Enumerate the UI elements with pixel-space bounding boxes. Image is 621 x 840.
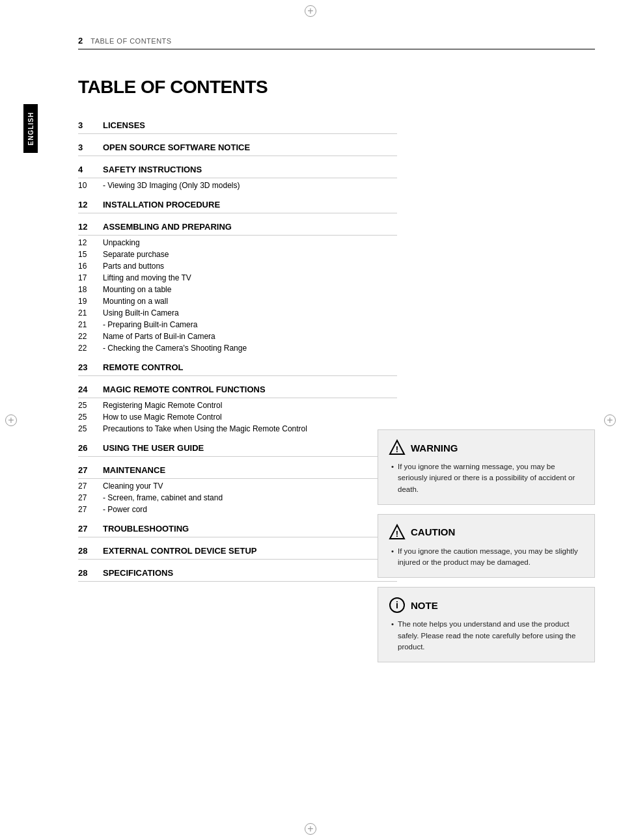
- toc-entry-number: 12: [78, 222, 96, 232]
- toc-minor-label: Name of Parts of Buil-in Camera: [103, 332, 215, 341]
- toc-minor-number: 18: [78, 285, 96, 294]
- note-icon: i: [389, 597, 406, 614]
- toc-minor-label: - Checking the Camera's Shooting Range: [103, 344, 247, 353]
- warning-label: WARNING: [411, 442, 458, 454]
- toc-section: 12ASSEMBLING AND PREPARING12Unpacking15S…: [78, 217, 397, 354]
- toc-entry-number: 3: [78, 142, 96, 152]
- toc-major-entry: 12ASSEMBLING AND PREPARING: [78, 217, 397, 236]
- toc-minor-number: 16: [78, 262, 96, 271]
- toc-minor-number: 25: [78, 413, 96, 422]
- toc-section: 28SPECIFICATIONS: [78, 563, 397, 582]
- toc-minor-label: Parts and buttons: [103, 262, 164, 271]
- toc-minor-number: 15: [78, 250, 96, 259]
- toc-container: TABLE OF CONTENTS 3LICENSES3OPEN SOURCE …: [78, 59, 397, 586]
- toc-major-entry: 26USING THE USER GUIDE: [78, 439, 397, 457]
- toc-minor-number: 25: [78, 424, 96, 433]
- toc-section: 23REMOTE CONTROL: [78, 358, 397, 376]
- caution-label: CAUTION: [411, 526, 455, 537]
- page-header: 2 TABLE OF CONTENTS: [78, 36, 595, 46]
- toc-minor-number: 17: [78, 273, 96, 282]
- toc-minor-label: - Power cord: [103, 505, 147, 514]
- note-label: NOTE: [411, 600, 438, 611]
- toc-section: 4SAFETY INSTRUCTIONS10- Viewing 3D Imagi…: [78, 160, 397, 191]
- page-header-text: TABLE OF CONTENTS: [90, 37, 171, 45]
- toc-minor-entry: 25Precautions to Take when Using the Mag…: [78, 423, 397, 435]
- toc-entry-number: 27: [78, 465, 96, 475]
- caution-box: ! CAUTION If you ignore the caution mess…: [378, 514, 595, 578]
- caution-icon: !: [389, 524, 406, 541]
- toc-minor-label: Mounting on a wall: [103, 297, 168, 306]
- toc-entry-number: 3: [78, 120, 96, 130]
- warning-title: ! WARNING: [389, 439, 584, 456]
- toc-major-entry: 24MAGIC REMOTE CONTROL FUNCTIONS: [78, 380, 397, 398]
- toc-minor-entry: 22- Checking the Camera's Shooting Range: [78, 342, 397, 354]
- toc-minor-label: Using Built-in Camera: [103, 308, 179, 318]
- toc-minor-number: 25: [78, 401, 96, 410]
- toc-entry-number: 24: [78, 385, 96, 394]
- toc-entry-label: TROUBLESHOOTING: [103, 524, 189, 534]
- toc-entry-number: 4: [78, 165, 96, 174]
- toc-section: 24MAGIC REMOTE CONTROL FUNCTIONS25Regist…: [78, 380, 397, 435]
- warning-box: ! WARNING If you ignore the warning mess…: [378, 429, 595, 505]
- toc-minor-entry: 25How to use Magic Remote Control: [78, 411, 397, 423]
- reg-mark-left: [5, 414, 17, 426]
- toc-minor-number: 27: [78, 493, 96, 502]
- page-number: 2: [78, 36, 83, 46]
- toc-entry-label: MAINTENANCE: [103, 465, 165, 475]
- toc-title: TABLE OF CONTENTS: [78, 77, 397, 98]
- toc-major-entry: 28EXTERNAL CONTROL DEVICE SETUP: [78, 541, 397, 560]
- toc-entry-label: EXTERNAL CONTROL DEVICE SETUP: [103, 546, 256, 556]
- english-tab-label: ENGLISH: [27, 112, 34, 145]
- toc-minor-number: 21: [78, 320, 96, 329]
- toc-entry-label: SAFETY INSTRUCTIONS: [103, 165, 202, 174]
- toc-major-entry: 27TROUBLESHOOTING: [78, 519, 397, 537]
- caution-text: If you ignore the caution message, you m…: [389, 546, 584, 569]
- toc-major-entry: 3LICENSES: [78, 116, 397, 134]
- toc-entry-label: LICENSES: [103, 120, 145, 130]
- english-tab: ENGLISH: [23, 104, 38, 153]
- toc-minor-entry: 19Mounting on a wall: [78, 295, 397, 307]
- toc-minor-entry: 12Unpacking: [78, 237, 397, 249]
- toc-minor-entry: 27- Screen, frame, cabinet and stand: [78, 492, 397, 504]
- toc-minor-number: 22: [78, 332, 96, 341]
- toc-section: 28EXTERNAL CONTROL DEVICE SETUP: [78, 541, 397, 560]
- toc-entry-number: 27: [78, 524, 96, 534]
- toc-entry-number: 28: [78, 546, 96, 556]
- toc-minor-entry: 27Cleaning your TV: [78, 480, 397, 492]
- toc-major-entry: 3OPEN SOURCE SOFTWARE NOTICE: [78, 138, 397, 156]
- toc-minor-label: Cleaning your TV: [103, 481, 163, 491]
- warning-icon: !: [389, 439, 406, 456]
- toc-major-entry: 4SAFETY INSTRUCTIONS: [78, 160, 397, 178]
- toc-section: 3OPEN SOURCE SOFTWARE NOTICE: [78, 138, 397, 156]
- toc-minor-entry: 16Parts and buttons: [78, 260, 397, 272]
- toc-minor-entry: 27- Power cord: [78, 504, 397, 515]
- toc-entry-number: 28: [78, 568, 96, 578]
- toc-minor-label: Lifting and moving the TV: [103, 273, 191, 282]
- toc-major-entry: 12INSTALLATION PROCEDURE: [78, 195, 397, 213]
- toc-entry-label: OPEN SOURCE SOFTWARE NOTICE: [103, 142, 250, 152]
- toc-body: 3LICENSES3OPEN SOURCE SOFTWARE NOTICE4SA…: [78, 116, 397, 582]
- toc-minor-label: Unpacking: [103, 238, 140, 247]
- toc-entry-number: 12: [78, 200, 96, 210]
- toc-minor-number: 21: [78, 308, 96, 318]
- toc-entry-number: 26: [78, 443, 96, 453]
- toc-minor-label: - Preparing Built-in Camera: [103, 320, 197, 329]
- toc-major-entry: 23REMOTE CONTROL: [78, 358, 397, 376]
- svg-text:!: !: [396, 444, 398, 454]
- reg-mark-right: [604, 414, 616, 426]
- toc-minor-number: 10: [78, 181, 96, 190]
- toc-minor-number: 22: [78, 344, 96, 353]
- toc-minor-label: Separate purchase: [103, 250, 169, 259]
- toc-minor-label: - Viewing 3D Imaging (Only 3D models): [103, 181, 240, 190]
- toc-entry-label: INSTALLATION PROCEDURE: [103, 200, 220, 210]
- svg-text:i: i: [396, 600, 398, 610]
- toc-minor-number: 19: [78, 297, 96, 306]
- header-divider: [78, 49, 595, 49]
- note-title: i NOTE: [389, 597, 584, 614]
- toc-minor-entry: 15Separate purchase: [78, 249, 397, 260]
- toc-section: 12INSTALLATION PROCEDURE: [78, 195, 397, 213]
- warning-text: If you ignore the warning message, you m…: [389, 461, 584, 495]
- toc-minor-label: How to use Magic Remote Control: [103, 413, 222, 422]
- toc-minor-number: 27: [78, 481, 96, 491]
- toc-minor-entry: 22Name of Parts of Buil-in Camera: [78, 331, 397, 342]
